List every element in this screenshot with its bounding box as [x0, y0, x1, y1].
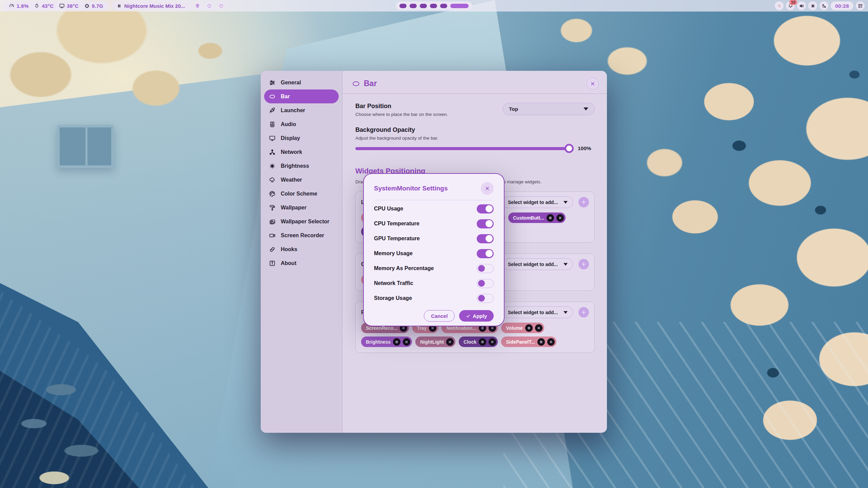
toggle-switch[interactable] — [477, 249, 494, 258]
notification-count-badge: 10 — [789, 0, 797, 5]
chip-remove-button[interactable] — [556, 214, 564, 222]
rocket-icon — [269, 107, 276, 114]
chip-remove-button[interactable] — [403, 338, 410, 346]
workspace-dot-2[interactable] — [410, 4, 417, 8]
toggle-switch[interactable] — [477, 294, 494, 303]
close-icon — [405, 340, 409, 344]
chip-remove-button[interactable] — [535, 324, 542, 332]
cpu-usage-value: 1.8% — [17, 3, 28, 9]
sidebar-item-bar[interactable]: Bar — [264, 89, 339, 103]
notifications-button[interactable]: 10 — [786, 1, 795, 10]
workspace-dot-5[interactable] — [440, 4, 447, 8]
sidebar-item-audio[interactable]: Audio — [261, 117, 342, 131]
clock-time: 00:28 — [835, 3, 849, 9]
brightness-button[interactable] — [808, 1, 817, 10]
system-stats[interactable]: 1.8% 43°C 38°C 9.7G — [3, 1, 109, 10]
zone-center-add-dropdown[interactable]: Select widget to add... — [502, 258, 573, 270]
sidebar-item-color-scheme[interactable]: Color Scheme — [261, 187, 342, 201]
toggle-row-cpu-temperature: CPU Temperature — [374, 216, 494, 231]
chip-remove-button[interactable] — [446, 338, 454, 346]
opacity-slider[interactable] — [355, 147, 572, 150]
page-title: Bar — [364, 79, 377, 88]
sidebar-item-screen-recorder[interactable]: Screen Recorder — [261, 228, 342, 242]
zone-right-add-dropdown[interactable]: Select widget to add... — [502, 306, 573, 318]
skull-button[interactable] — [193, 1, 202, 10]
volume-button[interactable] — [797, 1, 806, 10]
gear-icon — [548, 216, 552, 220]
workspace-indicator — [396, 1, 472, 10]
sidebar-label: Wallpaper — [281, 205, 307, 211]
widget-chip-custombutton[interactable]: CustomButt... — [508, 212, 566, 223]
toggle-switch[interactable] — [477, 219, 494, 228]
images-icon — [269, 218, 276, 225]
sidebar-item-about[interactable]: About — [261, 256, 342, 270]
bar-position-dropdown[interactable]: Top — [502, 103, 595, 115]
gear-icon — [480, 326, 485, 330]
sidebar-item-display[interactable]: Display — [261, 131, 342, 145]
cpu-usage-stat: 1.8% — [9, 3, 28, 9]
toggle-switch[interactable] — [477, 279, 494, 288]
toggle-switch[interactable] — [477, 204, 494, 214]
workspace-pill — [396, 1, 472, 10]
heart-icon — [219, 3, 224, 8]
workspace-dot-3[interactable] — [420, 4, 427, 8]
workspace-dot-1[interactable] — [399, 4, 407, 8]
sidebar-item-wallpaper-selector[interactable]: Wallpaper Selector — [261, 215, 342, 228]
clock-widget[interactable]: 00:28 — [831, 1, 853, 10]
sidebar-item-network[interactable]: Network — [261, 145, 342, 159]
bar-position-setting: Bar Position Choose where to place the b… — [355, 103, 595, 117]
gauge-icon — [9, 3, 15, 9]
gear-icon — [395, 340, 399, 344]
link-icon — [269, 246, 276, 253]
zone-left-add-button[interactable] — [578, 197, 589, 207]
chip-remove-button[interactable] — [489, 338, 496, 346]
paint-roller-icon — [269, 204, 276, 211]
chip-settings-button[interactable] — [393, 338, 400, 346]
chip-settings-button[interactable] — [537, 338, 545, 346]
sidebar-item-brightness[interactable]: Brightness — [261, 159, 342, 173]
heart-button[interactable] — [205, 1, 214, 10]
grid-plus-icon — [858, 3, 863, 8]
workspace-dot-4[interactable] — [430, 4, 437, 8]
sidebar-item-wallpaper[interactable]: Wallpaper — [261, 201, 342, 215]
sidebar-item-hooks[interactable]: Hooks — [261, 242, 342, 256]
opacity-value: 100% — [578, 145, 591, 151]
media-title: Nightcore Music Mix 20... — [124, 3, 185, 9]
widget-chip-brightness[interactable]: Brightness — [361, 337, 412, 347]
zone-left-add-dropdown[interactable]: Select widget to add... — [502, 196, 573, 208]
chevron-down-icon — [564, 263, 568, 266]
sidebar-item-launcher[interactable]: Launcher — [261, 103, 342, 117]
apply-button[interactable]: Apply — [459, 310, 494, 322]
network-icon — [269, 149, 276, 156]
sidebar-item-weather[interactable]: Weather — [261, 173, 342, 187]
window-close-button[interactable] — [587, 78, 599, 90]
widget-chip-sidepanel[interactable]: SidePanelT... — [501, 337, 556, 347]
zone-center-add-button[interactable] — [578, 259, 589, 269]
cancel-button[interactable]: Cancel — [424, 310, 455, 322]
widget-chip-clock[interactable]: Clock — [459, 337, 498, 347]
chip-remove-button[interactable] — [547, 338, 555, 346]
settings-sidebar: General Bar Launcher Audio Display Netwo… — [261, 71, 342, 433]
close-icon — [558, 216, 562, 220]
monitor-icon — [269, 135, 276, 142]
chip-settings-button[interactable] — [479, 338, 486, 346]
night-light-button[interactable] — [820, 1, 828, 10]
modal-close-button[interactable] — [481, 182, 494, 195]
tray-app-button[interactable] — [775, 1, 784, 10]
chip-settings-button[interactable] — [547, 214, 554, 222]
media-player-widget[interactable]: Nightcore Music Mix 20... — [112, 1, 190, 10]
zone-right-add-button[interactable] — [578, 307, 589, 318]
bar-oval-icon — [352, 81, 360, 87]
chip-settings-button[interactable] — [525, 324, 533, 332]
widget-chip-nightlight[interactable]: NightLight — [415, 337, 455, 347]
chip-icon — [84, 3, 90, 9]
heart-button-2[interactable] — [217, 1, 226, 10]
opacity-slider-thumb[interactable] — [565, 144, 574, 153]
widget-chip-volume[interactable]: Volume — [501, 323, 544, 333]
workspace-dot-active[interactable] — [450, 4, 469, 8]
toggle-switch[interactable] — [477, 234, 494, 243]
toggle-switch[interactable] — [477, 264, 494, 273]
overview-button[interactable] — [856, 1, 865, 10]
sidebar-item-general[interactable]: General — [261, 76, 342, 89]
plus-icon — [581, 310, 586, 315]
